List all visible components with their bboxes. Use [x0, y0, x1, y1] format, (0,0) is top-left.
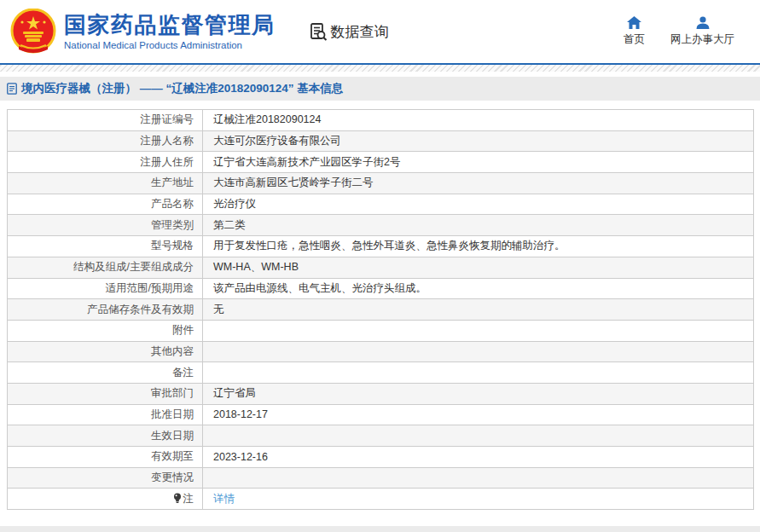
- row-label: 产品储存条件及有效期: [8, 299, 203, 321]
- breadcrumb: 境内医疗器械（注册） —— “辽械注准20182090124” 基本信息: [0, 77, 760, 101]
- document-search-icon: [308, 21, 328, 42]
- row-label: 其他内容: [8, 341, 203, 362]
- row-label: 结构及组成/主要组成成分: [8, 257, 203, 278]
- row-value: [203, 425, 754, 447]
- table-row: 适用范围/预期用途 该产品由电源线、电气主机、光治疗头组成。: [8, 278, 754, 299]
- top-nav: 首页 网上办事大厅: [624, 16, 748, 47]
- nav-item-online-hall[interactable]: 网上办事大厅: [670, 16, 734, 47]
- nav-item-online-hall-label: 网上办事大厅: [670, 32, 734, 47]
- row-value: 大连市高新园区七贤岭学子街二号: [203, 173, 754, 194]
- agency-name-en: National Medical Products Administration: [64, 40, 276, 50]
- row-label: 生产地址: [8, 173, 203, 194]
- row-value: [203, 362, 754, 384]
- site-header: 国家药品监督管理局 National Medical Products Admi…: [0, 0, 760, 63]
- hatch-texture-band: [0, 65, 760, 72]
- row-label: 产品名称: [8, 194, 203, 215]
- data-query-nav[interactable]: 数据查询: [308, 21, 389, 42]
- table-row: 变更情况: [8, 467, 754, 489]
- row-label-note: 注: [8, 489, 203, 510]
- national-emblem-icon: [10, 9, 56, 55]
- row-value: 用于复发性口疮，急性咽炎、急性外耳道炎、急性鼻炎恢复期的辅助治疗。: [203, 236, 754, 257]
- row-label: 批准日期: [8, 404, 203, 425]
- row-label: 注册人名称: [8, 130, 203, 152]
- row-value: 2023-12-16: [203, 447, 754, 468]
- table-row: 型号规格 用于复发性口疮，急性咽炎、急性外耳道炎、急性鼻炎恢复期的辅助治疗。: [8, 236, 754, 257]
- row-value: [203, 467, 754, 489]
- table-row: 注册人名称 大连可尔医疗设备有限公司: [8, 130, 754, 152]
- table-row: 批准日期 2018-12-17: [8, 404, 754, 425]
- row-value: 2018-12-17: [203, 404, 754, 425]
- row-value: 辽宁省局: [203, 383, 754, 404]
- table-row: 产品储存条件及有效期 无: [8, 299, 754, 321]
- row-value: 无: [203, 299, 754, 321]
- table-row: 结构及组成/主要组成成分 WM-HA、WM-HB: [8, 257, 754, 278]
- table-row: 产品名称 光治疗仪: [8, 194, 754, 215]
- bulb-icon: [173, 493, 182, 504]
- table-row: 附件: [8, 320, 754, 341]
- breadcrumb-text: 境内医疗器械（注册） —— “辽械注准20182090124” 基本信息: [21, 81, 343, 96]
- table-row: 其他内容: [8, 341, 754, 362]
- row-value: 大连可尔医疗设备有限公司: [203, 130, 754, 152]
- table-row: 管理类别 第二类: [8, 215, 754, 236]
- table-row: 审批部门 辽宁省局: [8, 383, 754, 404]
- row-value: 该产品由电源线、电气主机、光治疗头组成。: [203, 278, 754, 299]
- agency-name-cn: 国家药品监督管理局: [64, 13, 276, 38]
- detail-link[interactable]: 详情: [213, 493, 235, 505]
- row-label: 审批部门: [8, 383, 203, 404]
- table-row: 生效日期: [8, 425, 754, 447]
- nav-item-home[interactable]: 首页: [624, 16, 645, 47]
- home-icon: [627, 16, 641, 29]
- row-label: 附件: [8, 320, 203, 341]
- row-value: 详情: [203, 489, 754, 510]
- nav-item-home-label: 首页: [624, 32, 645, 47]
- row-label: 注册人住所: [8, 152, 203, 173]
- row-value: 光治疗仪: [203, 194, 754, 215]
- table-row: 注册人住所 辽宁省大连高新技术产业园区学子街2号: [8, 152, 754, 173]
- row-label: 有效期至: [8, 447, 203, 468]
- row-label: 型号规格: [8, 236, 203, 257]
- page: { "header": { "agency_name_cn": "国家药品监督管…: [0, 0, 760, 532]
- row-label: 适用范围/预期用途: [8, 278, 203, 299]
- row-value: 辽宁省大连高新技术产业园区学子街2号: [203, 152, 754, 173]
- row-label: 变更情况: [8, 467, 203, 489]
- registration-info-table: 注册证编号 辽械注准20182090124 注册人名称 大连可尔医疗设备有限公司…: [7, 109, 754, 510]
- table-row: 备注: [8, 362, 754, 384]
- row-label: 注册证编号: [8, 110, 203, 131]
- row-label: 管理类别: [8, 215, 203, 236]
- table-row: 注 详情: [8, 489, 754, 510]
- table-row: 注册证编号 辽械注准20182090124: [8, 110, 754, 131]
- row-value: WM-HA、WM-HB: [203, 257, 754, 278]
- row-label: 备注: [8, 362, 203, 384]
- row-value: 辽械注准20182090124: [203, 110, 754, 131]
- footer-strip: [0, 526, 760, 532]
- data-query-label: 数据查询: [331, 22, 389, 42]
- row-value: 第二类: [203, 215, 754, 236]
- row-value: [203, 320, 754, 341]
- page-icon: [7, 83, 17, 95]
- user-icon: [696, 16, 710, 29]
- row-value: [203, 341, 754, 362]
- table-row: 生产地址 大连市高新园区七贤岭学子街二号: [8, 173, 754, 194]
- row-label: 生效日期: [8, 425, 203, 447]
- table-row: 有效期至 2023-12-16: [8, 447, 754, 468]
- row-label: 注: [183, 493, 194, 505]
- agency-title-block: 国家药品监督管理局 National Medical Products Admi…: [64, 13, 276, 51]
